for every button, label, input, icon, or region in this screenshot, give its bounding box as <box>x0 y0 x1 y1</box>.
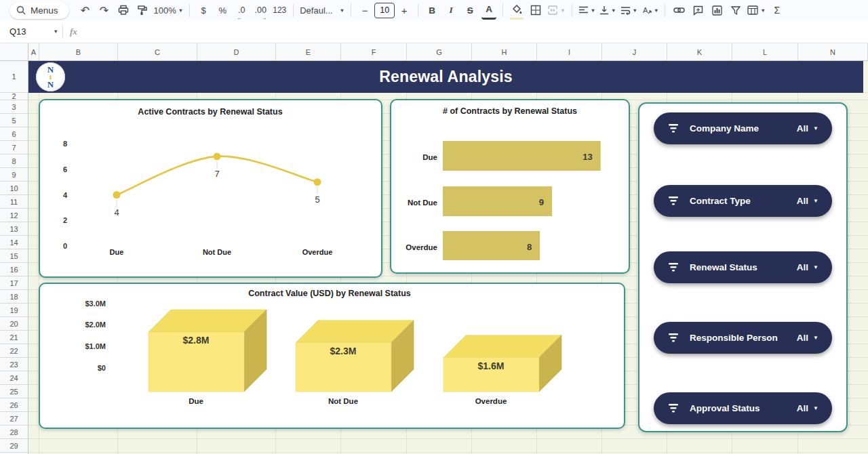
format-percent-button[interactable]: % <box>215 2 230 18</box>
row-header-10[interactable]: 10 <box>0 182 28 195</box>
svg-text:$1.0M: $1.0M <box>85 342 106 350</box>
row-header-15[interactable]: 15 <box>0 249 28 263</box>
row-header-20[interactable]: 20 <box>0 317 28 331</box>
row-header-13[interactable]: 13 <box>0 222 28 236</box>
insert-comment-button[interactable] <box>690 2 705 18</box>
row-header-24[interactable]: 24 <box>0 371 28 385</box>
column-header-I[interactable]: I <box>537 43 602 60</box>
filter-value-dropdown[interactable]: All▼ <box>797 403 818 413</box>
redo-button[interactable]: ↷ <box>97 2 112 18</box>
decrease-decimal-button[interactable]: .0← <box>234 2 249 18</box>
column-header-C[interactable]: C <box>118 43 197 60</box>
functions-button[interactable]: Σ <box>770 2 785 18</box>
filter-button-contract-type[interactable]: Contract TypeAll▼ <box>654 185 832 217</box>
column-header-B[interactable]: B <box>39 43 118 60</box>
vertical-align-button[interactable]: ▼ <box>599 2 616 18</box>
dashboard-banner[interactable]: N t N Renewal Analysis <box>28 61 863 93</box>
row-header-14[interactable]: 14 <box>0 236 28 249</box>
svg-text:$2.0M: $2.0M <box>85 321 106 329</box>
filter-value: All <box>797 196 808 206</box>
create-filter-button[interactable] <box>728 2 743 18</box>
row-header-6[interactable]: 6 <box>0 127 28 141</box>
row-header-7[interactable]: 7 <box>0 141 28 154</box>
filter-value-dropdown[interactable]: All▼ <box>797 196 818 206</box>
line-chart-card[interactable]: Active Contracts by Renewal Status864204… <box>39 99 382 278</box>
sheet-grid[interactable]: ABCDEFGHIJKLN 12356789101112131415161718… <box>0 43 868 454</box>
filter-icon <box>667 333 679 343</box>
filter-value-dropdown[interactable]: All▼ <box>797 333 818 343</box>
row-header-27[interactable]: 27 <box>0 412 28 426</box>
insert-chart-button[interactable] <box>709 2 724 18</box>
text-wrap-button[interactable]: ▼ <box>620 2 637 18</box>
svg-text:Due: Due <box>110 248 124 256</box>
row-header-5[interactable]: 5 <box>0 114 28 127</box>
row-header-19[interactable]: 19 <box>0 304 28 317</box>
increase-decimal-button[interactable]: .00→ <box>253 2 268 18</box>
row-header-26[interactable]: 26 <box>0 398 28 412</box>
column-header-K[interactable]: K <box>667 43 732 60</box>
column-header-E[interactable]: E <box>276 43 341 60</box>
row-header-21[interactable]: 21 <box>0 331 28 344</box>
italic-button[interactable]: I <box>443 2 458 18</box>
row-header-18[interactable]: 18 <box>0 290 28 304</box>
row-header-29[interactable]: 29 <box>0 439 28 453</box>
svg-text:8: 8 <box>527 242 532 252</box>
row-header-9[interactable]: 9 <box>0 168 28 182</box>
filter-button-responsible-person[interactable]: Responsible PersonAll▼ <box>654 322 832 354</box>
bold-button[interactable]: B <box>425 2 439 18</box>
row-header-17[interactable]: 17 <box>0 276 28 290</box>
column-header-G[interactable]: G <box>407 43 472 60</box>
row-header-22[interactable]: 22 <box>0 344 28 358</box>
font-size-input[interactable]: 10 <box>374 3 395 18</box>
select-all-corner[interactable] <box>0 43 28 61</box>
format-currency-button[interactable]: $ <box>196 2 211 18</box>
filter-value-dropdown[interactable]: All▼ <box>797 262 818 272</box>
column-header-H[interactable]: H <box>472 43 537 60</box>
increase-font-size-button[interactable]: + <box>397 2 412 18</box>
horizontal-align-button[interactable]: ▼ <box>578 2 595 18</box>
row-header-1[interactable]: 1 <box>0 61 28 93</box>
column-header-L[interactable]: L <box>732 43 798 60</box>
row-header-8[interactable]: 8 <box>0 154 28 168</box>
paint-format-button[interactable] <box>135 2 150 18</box>
bar-chart-card[interactable]: # of Contracts by Renewal Status13Due9No… <box>390 99 630 274</box>
text-rotation-button[interactable]: A ▼ <box>642 2 658 18</box>
filter-button-renewal-status[interactable]: Renewal StatusAll▼ <box>654 251 832 283</box>
print-button[interactable] <box>116 2 131 18</box>
decrease-font-size-button[interactable]: − <box>357 2 372 18</box>
filter-button-company-name[interactable]: Company NameAll▼ <box>654 112 832 144</box>
row-header-16[interactable]: 16 <box>0 263 28 276</box>
row-header-25[interactable]: 25 <box>0 385 28 398</box>
fill-color-button[interactable] <box>509 1 524 20</box>
filter-label: Contract Type <box>690 196 751 206</box>
zoom-select[interactable]: 100%▼ <box>154 2 184 18</box>
text-color-button[interactable]: A <box>481 1 496 20</box>
table-views-button[interactable]: ▼ <box>747 2 765 18</box>
borders-button[interactable] <box>528 2 543 18</box>
row-header-2[interactable]: 2 <box>0 93 28 100</box>
row-header-23[interactable]: 23 <box>0 358 28 371</box>
strikethrough-button[interactable]: S <box>462 2 477 18</box>
row-header-11[interactable]: 11 <box>0 195 28 209</box>
toolbar-divider <box>665 4 665 17</box>
svg-text:Not Due: Not Due <box>408 199 437 207</box>
filter-button-approval-status[interactable]: Approval StatusAll▼ <box>654 392 832 424</box>
column-header-N[interactable]: N <box>798 43 868 60</box>
row-header-12[interactable]: 12 <box>0 209 28 222</box>
undo-button[interactable]: ↶ <box>78 2 93 18</box>
font-select[interactable]: Defaul...▼ <box>300 2 344 18</box>
column-header-F[interactable]: F <box>341 43 407 60</box>
column-header-A[interactable]: A <box>28 43 39 60</box>
row-header-28[interactable]: 28 <box>0 426 28 439</box>
menus-button[interactable]: Menus <box>9 2 69 19</box>
filter-value-dropdown[interactable]: All▼ <box>797 123 818 133</box>
toolbar-divider <box>418 4 418 17</box>
column-header-J[interactable]: J <box>602 43 667 60</box>
merge-cells-button[interactable]: ▼ <box>547 2 565 18</box>
number-format-button[interactable]: 123 <box>272 2 287 18</box>
column-header-D[interactable]: D <box>197 43 276 60</box>
bar3d-chart-card[interactable]: Contract Value (USD) by Renewal Status$3… <box>39 283 625 429</box>
name-box[interactable]: Q13 ▼ <box>9 26 58 37</box>
insert-link-button[interactable] <box>671 2 686 18</box>
row-header-3[interactable]: 3 <box>0 100 28 114</box>
